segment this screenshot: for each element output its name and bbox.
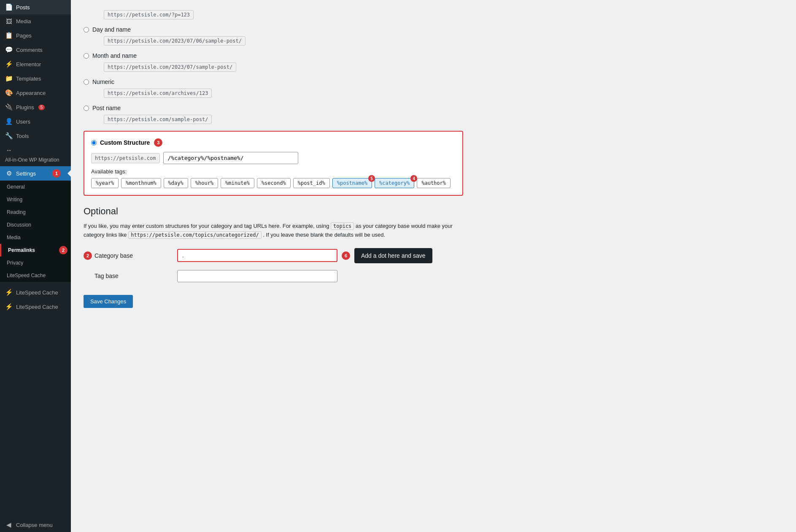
tag-post-id[interactable]: %post_id% <box>293 178 330 188</box>
sidebar-item-templates[interactable]: 📁 Templates <box>0 71 71 86</box>
submenu-discussion[interactable]: Discussion <box>0 219 71 231</box>
tag-day[interactable]: %day% <box>164 178 188 188</box>
radio-month-name-input[interactable] <box>84 53 89 59</box>
tag-postname[interactable]: %postname% 5 <box>332 178 372 188</box>
sidebar-item-label: LiteSpeed Cache <box>16 289 58 296</box>
sidebar-item-label: Collapse menu <box>16 522 53 528</box>
step2-badge-main: 2 <box>84 251 92 260</box>
sidebar-item-collapse[interactable]: ◀ Collapse menu <box>0 518 71 532</box>
submenu-label: Discussion <box>7 222 31 228</box>
tag-base-label: Tag base <box>94 273 170 279</box>
step1-badge: 1 <box>52 169 61 178</box>
allinone-icon: ↔ <box>5 146 13 154</box>
sidebar: 📄 Posts 🖼 Media 📋 Pages 💬 Comments ⚡ Ele… <box>0 0 71 532</box>
submenu-litespeed[interactable]: LiteSpeed Cache <box>0 269 71 282</box>
tag-minute[interactable]: %minute% <box>221 178 254 188</box>
radio-numeric-input[interactable] <box>84 79 89 85</box>
radio-day-name-input[interactable] <box>84 27 89 32</box>
tag-author[interactable]: %author% <box>417 178 451 188</box>
sidebar-item-posts[interactable]: 📄 Posts <box>0 0 71 14</box>
category-base-row: 2 Category base 6 Add a dot here and sav… <box>84 248 463 263</box>
radio-day-name-label: Day and name <box>92 26 131 33</box>
sidebar-item-label: Appearance <box>16 90 46 96</box>
step2-badge-sidebar: 2 <box>59 246 67 254</box>
step5-badge: 5 <box>368 175 375 182</box>
custom-url-row: https://petsisle.com <box>91 152 456 164</box>
plugins-icon: 🔌 <box>5 103 13 111</box>
numeric-example: https://petsisle.com/archives/123 <box>104 89 212 98</box>
step6-badge: 6 <box>342 251 350 260</box>
sidebar-item-pages[interactable]: 📋 Pages <box>0 28 71 43</box>
custom-structure-box: Custom Structure 3 https://petsisle.com … <box>84 131 463 196</box>
custom-prefix: https://petsisle.com <box>91 153 160 163</box>
sidebar-item-allinone[interactable]: ↔ All-in-One WP Migration <box>0 143 71 166</box>
tags-row: %year% %monthnum% %day% %hour% %minute% … <box>91 178 456 188</box>
radio-post-name-input[interactable] <box>84 105 89 111</box>
sidebar-item-label: All-in-One WP Migration <box>5 157 59 163</box>
sidebar-item-litespeed1[interactable]: ⚡ LiteSpeed Cache <box>0 285 71 300</box>
tag-monthnum[interactable]: %monthnum% <box>121 178 161 188</box>
save-changes-button[interactable]: Save Changes <box>84 295 133 308</box>
submenu-label: Permalinks <box>8 247 35 253</box>
tools-icon: 🔧 <box>5 132 13 140</box>
settings-arrow <box>67 170 71 177</box>
submenu-label: Reading <box>7 209 26 215</box>
sidebar-item-litespeed2[interactable]: ⚡ LiteSpeed Cache <box>0 300 71 314</box>
sidebar-item-appearance[interactable]: 🎨 Appearance <box>0 86 71 100</box>
submenu-permalinks[interactable]: Permalinks 2 <box>0 244 71 257</box>
sidebar-item-label: LiteSpeed Cache <box>16 304 58 310</box>
sidebar-item-label: Media <box>16 18 31 24</box>
step4-badge: 4 <box>410 175 417 182</box>
top-example: https://petsisle.com/?p=123 <box>94 8 463 19</box>
submenu-privacy[interactable]: Privacy <box>0 257 71 269</box>
sidebar-item-label: Comments <box>16 47 43 53</box>
tag-base-row: Tag base <box>94 270 463 282</box>
radio-day-name: Day and name https://petsisle.com/2023/0… <box>84 26 463 46</box>
submenu-general[interactable]: General <box>0 181 71 193</box>
litespeed1-icon: ⚡ <box>5 289 13 296</box>
sidebar-item-settings[interactable]: ⚙ Settings 1 <box>0 166 71 181</box>
custom-structure-input[interactable] <box>163 152 298 164</box>
radio-month-name-label: Month and name <box>92 52 137 59</box>
sidebar-item-tools[interactable]: 🔧 Tools <box>0 129 71 143</box>
optional-code2: https://petsisle.com/topics/uncategorize… <box>128 231 261 239</box>
content-inner: https://petsisle.com/?p=123 Day and name… <box>84 8 463 308</box>
submenu-label: Media <box>7 235 21 240</box>
category-base-input[interactable] <box>177 249 337 262</box>
tag-hour[interactable]: %hour% <box>191 178 218 188</box>
submenu-label: Writing <box>7 197 22 203</box>
media-icon: 🖼 <box>5 18 13 25</box>
sidebar-item-label: Posts <box>16 4 30 11</box>
sidebar-item-label: Settings <box>16 170 36 177</box>
pages-icon: 📋 <box>5 32 13 39</box>
radio-custom-input[interactable] <box>91 140 97 146</box>
sidebar-item-label: Tools <box>16 133 29 139</box>
plugins-badge: 5 <box>38 105 45 110</box>
main-content: https://petsisle.com/?p=123 Day and name… <box>71 0 796 532</box>
submenu-writing[interactable]: Writing <box>0 193 71 206</box>
tag-second[interactable]: %second% <box>257 178 291 188</box>
sidebar-item-media[interactable]: 🖼 Media <box>0 14 71 28</box>
sidebar-item-plugins[interactable]: 🔌 Plugins 5 <box>0 100 71 114</box>
comments-icon: 💬 <box>5 46 13 54</box>
tag-category[interactable]: %category% 4 <box>375 178 414 188</box>
radio-numeric-label: Numeric <box>92 78 114 85</box>
settings-icon: ⚙ <box>5 170 13 177</box>
tag-year[interactable]: %year% <box>91 178 119 188</box>
tag-base-input[interactable] <box>177 270 337 282</box>
radio-month-name: Month and name https://petsisle.com/2023… <box>84 52 463 72</box>
sidebar-item-label: Templates <box>16 76 41 82</box>
submenu-label: Privacy <box>7 260 23 266</box>
sidebar-item-users[interactable]: 👤 Users <box>0 114 71 129</box>
radio-post-name: Post name https://petsisle.com/sample-po… <box>84 105 463 124</box>
settings-submenu: General Writing Reading Discussion Media… <box>0 181 71 282</box>
submenu-media[interactable]: Media <box>0 231 71 244</box>
sidebar-item-elementor[interactable]: ⚡ Elementor <box>0 57 71 71</box>
elementor-icon: ⚡ <box>5 60 13 68</box>
sidebar-item-comments[interactable]: 💬 Comments <box>0 43 71 57</box>
posts-icon: 📄 <box>5 3 13 11</box>
submenu-reading[interactable]: Reading <box>0 206 71 219</box>
radio-numeric: Numeric https://petsisle.com/archives/12… <box>84 78 463 98</box>
tag-base-input-wrap <box>177 270 463 282</box>
sidebar-item-label: Users <box>16 119 30 125</box>
